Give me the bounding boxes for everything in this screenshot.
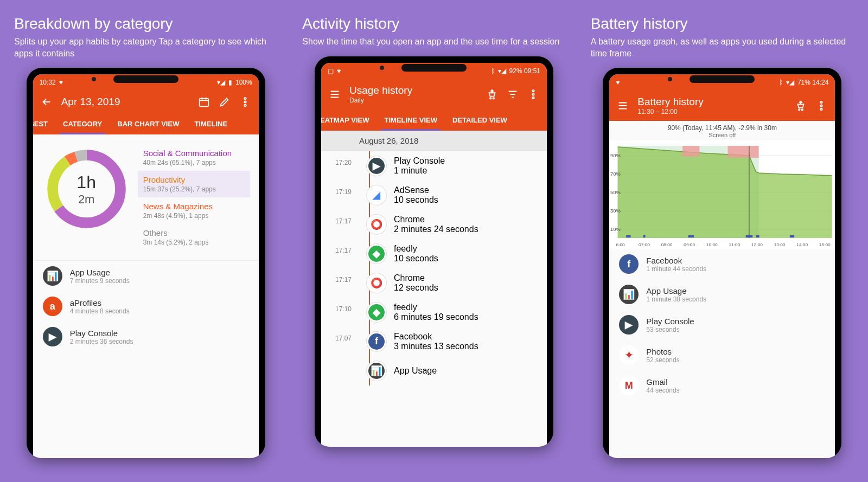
battery-chart[interactable]: 90%70%50% 30%10% 6:0007:0008:00 09:0010:… xyxy=(609,140,835,249)
list-item[interactable]: 📊App Usage1 minute 38 seconds xyxy=(609,279,835,310)
back-icon[interactable] xyxy=(41,96,53,108)
list-item[interactable]: 📊App Usage7 minutes 9 seconds xyxy=(33,261,259,291)
app-name: App Usage xyxy=(394,366,437,376)
timeline: 17:20▶Play Console1 minute17:19◢AdSense1… xyxy=(321,151,547,385)
timeline-row[interactable]: 📊App Usage xyxy=(358,356,547,385)
tab-heatmap[interactable]: EATMAP VIEW xyxy=(321,110,377,131)
svg-rect-36 xyxy=(756,235,760,237)
app-sub: 7 minutes 9 seconds xyxy=(70,277,130,285)
app-icon: ▶ xyxy=(367,156,386,176)
more-icon[interactable] xyxy=(239,96,251,108)
appbar-title: Usage history xyxy=(349,85,477,97)
timeline-row[interactable]: 17:10◆feedly6 minutes 19 seconds xyxy=(358,298,547,327)
app-name: AdSense xyxy=(394,185,438,195)
timeline-row[interactable]: 17:19◢AdSense10 seconds xyxy=(358,181,547,210)
app-icon: M xyxy=(619,376,639,395)
tab-category[interactable]: CATEGORY xyxy=(55,113,110,134)
bluetooth-icon: ᛒ xyxy=(779,79,783,86)
svg-text:15:00: 15:00 xyxy=(819,242,831,247)
svg-text:14:00: 14:00 xyxy=(797,242,808,247)
date-header: August 26, 2018 xyxy=(321,131,547,151)
app-bar: Usage historyDaily xyxy=(321,79,547,110)
tabs: EATMAP VIEW TIMELINE VIEW DETAILED VIEW xyxy=(321,110,547,131)
tab-barchart[interactable]: BAR CHART VIEW xyxy=(110,113,187,134)
app-name: Chrome xyxy=(394,215,478,224)
list-item[interactable]: ▶Play Console2 minutes 36 seconds xyxy=(33,322,259,352)
svg-point-2 xyxy=(244,101,246,103)
filter-icon[interactable] xyxy=(507,88,519,100)
timeline-time: 17:17 xyxy=(330,247,352,254)
app-name: feedly xyxy=(394,244,438,254)
app-name: Play Console xyxy=(646,317,694,326)
clock: 10:32 xyxy=(40,79,56,86)
menu-icon[interactable] xyxy=(329,88,341,100)
app-icon: ◆ xyxy=(367,303,386,322)
app-name: feedly xyxy=(394,303,478,312)
timeline-row[interactable]: 17:07fFacebook3 minutes 13 seconds xyxy=(358,327,547,356)
category-item[interactable]: Social & Communication40m 24s (65.1%), 7… xyxy=(138,144,250,171)
cart-icon[interactable] xyxy=(795,100,807,112)
more-icon[interactable] xyxy=(527,88,539,100)
app-sub: 1 minute xyxy=(394,166,445,176)
appbar-date: Apr 13, 2019 xyxy=(61,96,189,108)
menu-icon[interactable] xyxy=(617,100,629,112)
tab-gest[interactable]: GEST xyxy=(33,113,55,134)
svg-point-14 xyxy=(802,109,803,111)
app-name: Facebook xyxy=(646,256,706,265)
calendar-icon[interactable] xyxy=(198,96,210,108)
category-item[interactable]: Others3m 14s (5.2%), 2 apps xyxy=(138,224,250,250)
caption-2: Activity history Show the time that you … xyxy=(293,11,574,56)
app-sub: 52 seconds xyxy=(646,356,679,364)
donut-mins: 2m xyxy=(78,192,95,205)
timeline-row[interactable]: 17:17⭕Chrome12 seconds xyxy=(358,268,547,298)
timeline-row[interactable]: 17:17◆feedly10 seconds xyxy=(358,239,547,268)
phone-3: ♥ ᛒ▾◢71% 14:24 Battery history11:30 – 12… xyxy=(603,68,841,458)
battery-info: 71% 14:24 xyxy=(797,79,828,86)
app-name: Chrome xyxy=(394,273,438,283)
app-icon: ◆ xyxy=(367,244,386,264)
timeline-time: 17:17 xyxy=(330,217,352,225)
timeline-row[interactable]: 17:17⭕Chrome2 minutes 24 seconds xyxy=(358,210,547,239)
category-name: Productivity xyxy=(143,175,245,184)
timeline-time: 17:10 xyxy=(330,305,352,313)
list-item[interactable]: MGmail44 seconds xyxy=(609,370,835,401)
svg-text:6:00: 6:00 xyxy=(616,242,626,247)
app-name: App Usage xyxy=(646,286,706,295)
caption-desc: Splits up your app habits by category Ta… xyxy=(14,36,277,59)
timeline-row[interactable]: 17:20▶Play Console1 minute xyxy=(358,151,547,181)
app-sub: 3 minutes 13 seconds xyxy=(394,342,478,351)
tab-timeline[interactable]: TIMELINE VIEW xyxy=(377,110,445,131)
svg-rect-35 xyxy=(746,235,752,237)
svg-text:90%: 90% xyxy=(610,153,621,158)
category-stats: 3m 14s (5.2%), 2 apps xyxy=(143,239,245,246)
tab-timeline[interactable]: TIMELINE xyxy=(187,113,235,134)
svg-text:13:00: 13:00 xyxy=(774,242,786,247)
app-name: Play Console xyxy=(70,329,133,338)
cart-icon[interactable] xyxy=(486,88,498,100)
caption-title: Activity history xyxy=(302,15,565,33)
wifi-icon: ▾◢ xyxy=(786,79,794,86)
app-icon: ⭕ xyxy=(367,273,386,293)
list-item[interactable]: ▶Play Console53 seconds xyxy=(609,310,835,340)
list-item[interactable]: fFacebook1 minute 44 seconds xyxy=(609,249,835,279)
svg-text:50%: 50% xyxy=(610,190,621,195)
list-item[interactable]: ✦Photos52 seconds xyxy=(609,340,835,370)
phone-2: ▢♥ ᛒ▾◢92% 09:51 Usage historyDaily EATMA… xyxy=(315,56,553,447)
tab-detailed[interactable]: DETAILED VIEW xyxy=(445,110,515,131)
svg-point-15 xyxy=(821,101,822,103)
timeline-time: 17:17 xyxy=(330,276,352,284)
app-sub: 2 minutes 36 seconds xyxy=(70,338,133,345)
category-item[interactable]: Productivity15m 37s (25.2%), 7 apps xyxy=(138,171,250,197)
edit-icon[interactable] xyxy=(219,96,231,108)
app-icon: ⭕ xyxy=(367,215,386,234)
more-icon[interactable] xyxy=(815,100,827,112)
svg-text:30%: 30% xyxy=(610,208,621,214)
svg-point-9 xyxy=(493,98,494,99)
app-name: aProfiles xyxy=(70,298,130,307)
svg-point-12 xyxy=(532,97,534,98)
list-item[interactable]: aaProfiles4 minutes 8 seconds xyxy=(33,291,259,322)
timeline-time: 17:07 xyxy=(330,335,352,342)
heart-icon: ♥ xyxy=(337,67,341,75)
app-name: Gmail xyxy=(646,377,679,387)
category-item[interactable]: News & Magazines2m 48s (4.5%), 1 apps xyxy=(138,197,250,224)
